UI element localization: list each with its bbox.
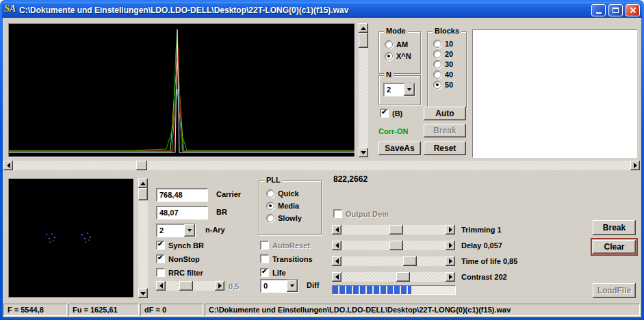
arrow-right-icon[interactable] — [215, 281, 224, 291]
minimize-icon — [596, 12, 602, 14]
life-checkbox[interactable]: Life — [260, 268, 286, 277]
dropdown-button[interactable] — [287, 280, 298, 292]
minimize-button[interactable] — [591, 4, 606, 16]
nonstop-checkbox[interactable]: NonStop — [156, 254, 200, 263]
scrollbar-thumb[interactable] — [136, 161, 147, 170]
autoreset-checkbox[interactable]: AutoReset — [260, 241, 310, 250]
progress-bar — [332, 285, 456, 295]
checkbox-label: Life — [272, 269, 286, 277]
results-panel[interactable] — [472, 29, 637, 158]
radio-icon — [385, 52, 393, 60]
checkbox-label: (B) — [392, 109, 402, 118]
auto-button[interactable]: Auto — [424, 107, 466, 120]
arrow-left-icon[interactable] — [332, 272, 342, 282]
arrow-down-icon[interactable] — [359, 148, 368, 157]
arrow-left-icon[interactable] — [332, 256, 342, 266]
arrow-down-icon[interactable] — [138, 289, 148, 298]
slider-thumb[interactable] — [179, 281, 193, 291]
time-of-life-label: Time of life 0,85 — [461, 257, 517, 265]
arrow-left-icon[interactable] — [332, 241, 342, 250]
reset-button[interactable]: Reset — [424, 142, 466, 155]
dropdown-button[interactable] — [184, 224, 195, 237]
break-top-button[interactable]: Break — [424, 124, 466, 137]
arrow-left-icon[interactable] — [332, 225, 342, 235]
arrow-right-icon[interactable] — [446, 272, 455, 282]
output-dem-checkbox[interactable]: Output Dem — [333, 209, 389, 218]
radio-mode-am[interactable]: AM — [385, 40, 420, 49]
clear-button[interactable]: Clear — [593, 240, 636, 254]
arrow-up-icon[interactable] — [138, 178, 148, 188]
trimming-label: Trimming 1 — [461, 226, 502, 234]
arrow-right-icon[interactable] — [446, 225, 455, 235]
delay-slider[interactable] — [332, 241, 455, 250]
spectrum-vscrollbar[interactable] — [359, 23, 368, 157]
radio-icon — [266, 189, 274, 198]
arrow-right-icon[interactable] — [446, 241, 455, 250]
trimming-slider[interactable] — [332, 225, 455, 235]
radio-blocks-20[interactable]: 20 — [433, 50, 466, 58]
slider-thumb[interactable] — [396, 272, 410, 282]
radio-pll-slowly[interactable]: Slowly — [266, 214, 321, 222]
radio-pll-quick[interactable]: Quick — [266, 189, 321, 198]
radio-label: Quick — [278, 189, 299, 198]
transitions-checkbox[interactable]: Transitions — [260, 254, 313, 263]
mode-group: Mode AM X^N — [378, 31, 421, 74]
arrow-up-icon[interactable] — [359, 23, 368, 33]
checkbox-icon — [260, 241, 269, 250]
diff-select[interactable]: 0 — [260, 279, 298, 293]
constellation-vscrollbar[interactable] — [138, 178, 148, 298]
close-button[interactable] — [626, 4, 640, 16]
radio-blocks-30[interactable]: 30 — [433, 60, 466, 68]
arrow-left-icon[interactable] — [156, 281, 166, 291]
pll-group: PLL Quick Media Slowly — [259, 181, 322, 235]
rrc-filter-checkbox[interactable]: RRC filter — [156, 268, 203, 277]
checkbox-label: NonStop — [168, 255, 200, 263]
slider-thumb[interactable] — [403, 256, 417, 266]
radio-label: X^N — [396, 52, 411, 60]
n-group-title: N — [384, 70, 394, 79]
time-of-life-slider[interactable] — [332, 256, 455, 266]
br-field[interactable]: 48,07 — [156, 206, 208, 219]
maximize-button[interactable] — [608, 4, 623, 16]
radio-mode-xn[interactable]: X^N — [385, 52, 420, 60]
checkbox-label: Synch BR — [168, 241, 204, 250]
b-checkbox[interactable]: (B) — [380, 109, 402, 118]
title-bar[interactable]: S A C:\Dokumente und Einstellungen\LDO.L… — [2, 2, 642, 18]
status-file-path: C:\Dokumente und Einstellungen\LDO.LDO-D… — [205, 304, 640, 316]
saveas-button[interactable]: SaveAs — [378, 142, 421, 155]
rrc-value-label: 0,5 — [229, 282, 239, 291]
status-df: dF = 0 — [140, 304, 203, 316]
maximize-icon — [613, 8, 619, 13]
loadfile-button[interactable]: LoadFile — [593, 283, 636, 298]
n-select[interactable]: 2 — [383, 83, 415, 96]
dropdown-button[interactable] — [404, 83, 415, 96]
radio-icon — [266, 202, 274, 210]
contrast-slider[interactable] — [332, 272, 455, 282]
scrollbar-thumb[interactable] — [138, 188, 148, 200]
slider-thumb[interactable] — [389, 225, 403, 235]
rrc-slider[interactable] — [156, 281, 224, 291]
arrow-left-icon[interactable] — [3, 161, 13, 170]
arrow-right-icon[interactable] — [630, 161, 640, 170]
radio-blocks-10[interactable]: 10 — [433, 40, 466, 48]
app-icon-a: A — [10, 3, 16, 14]
synch-br-checkbox[interactable]: Synch BR — [156, 241, 204, 250]
nary-select[interactable]: 2 — [156, 224, 196, 237]
arrow-right-icon[interactable] — [446, 256, 455, 266]
radio-label: 30 — [445, 60, 453, 68]
radio-blocks-40[interactable]: 40 — [433, 70, 466, 79]
chevron-down-icon — [407, 88, 411, 93]
radio-blocks-50[interactable]: 50 — [433, 81, 466, 89]
close-icon — [630, 7, 636, 13]
radio-pll-media[interactable]: Media — [266, 202, 321, 210]
carrier-field[interactable]: 768,48 — [156, 188, 208, 202]
spectrum-display — [8, 23, 355, 157]
slider-thumb[interactable] — [389, 241, 403, 250]
scrollbar-thumb[interactable] — [359, 33, 368, 48]
checkbox-icon — [260, 268, 269, 277]
break-button[interactable]: Break — [593, 220, 636, 235]
radio-icon — [433, 50, 441, 58]
spectrum-hscrollbar[interactable] — [3, 161, 640, 170]
nary-select-value: 2 — [157, 224, 184, 237]
chevron-down-icon — [290, 284, 294, 289]
